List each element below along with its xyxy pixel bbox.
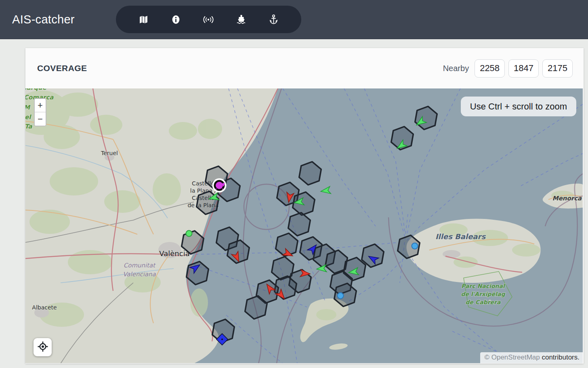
vessel-dot-marker[interactable] [186, 231, 192, 237]
vessel-dot-marker[interactable] [412, 243, 418, 249]
ferry-route [226, 315, 283, 363]
panel-header: COVERAGE Nearby 2258 1847 2175 [25, 48, 584, 88]
nearby-label: Nearby [443, 64, 469, 73]
map-label: Menorca [552, 195, 582, 202]
main-toolbar [116, 6, 301, 33]
coverage-hex[interactable] [288, 212, 311, 236]
coverage-hex[interactable] [415, 106, 437, 129]
nav-info-button[interactable] [167, 11, 185, 28]
map-label: Albacete [32, 304, 57, 311]
station-layer [212, 179, 227, 193]
nearby-count-button-2[interactable]: 1847 [508, 59, 539, 78]
coverage-hex[interactable] [187, 261, 209, 284]
map-attribution: © OpenStreetMap contributors. [480, 352, 583, 363]
nearby-count-button-3[interactable]: 2175 [542, 59, 573, 78]
app-title: AIS-catcher [12, 13, 101, 26]
nav-anchor-button[interactable] [265, 11, 283, 28]
zoom-out-button[interactable]: − [35, 112, 46, 126]
radio-signal-icon [203, 15, 214, 25]
nav-map-button[interactable] [134, 11, 152, 28]
locate-crosshair-icon [37, 341, 48, 353]
zoom-in-button[interactable]: + [35, 99, 46, 112]
nav-ship-button[interactable] [232, 11, 250, 28]
coverage-map[interactable]: TeruelCastellóla Plana /Castellóde la Pl… [25, 88, 583, 363]
ship-icon [236, 14, 247, 25]
nearby-count-button-1[interactable]: 2258 [475, 59, 505, 78]
map-label: València [159, 249, 189, 258]
anchor-icon [269, 14, 279, 25]
vessel-marker[interactable] [320, 187, 331, 195]
nearby-stats: Nearby 2258 1847 2175 [443, 59, 573, 78]
map-label: parque [25, 88, 47, 91]
coverage-hex[interactable] [293, 192, 315, 215]
page-title: COVERAGE [37, 63, 87, 73]
map-label: Teruel [101, 150, 118, 156]
coverage-panel: COVERAGE Nearby 2258 1847 2175 [25, 48, 584, 364]
ferry-route [364, 88, 405, 234]
ferry-route [521, 154, 583, 186]
locate-button[interactable] [34, 338, 52, 356]
nav-radio-button[interactable] [200, 11, 217, 28]
app-header: AIS-catcher [0, 0, 588, 39]
map-label: Ta [25, 123, 32, 130]
map-label: Illes Balears [435, 232, 486, 241]
attribution-text: contributors. [540, 353, 580, 361]
map-canvas: TeruelCastellóla Plana /Castellóde la Pl… [25, 88, 583, 363]
map-label: el [25, 114, 32, 121]
zoom-control: + − [34, 98, 46, 126]
ctrl-scroll-tooltip: Use Ctrl + scroll to zoom [461, 97, 576, 116]
map-icon [139, 15, 149, 25]
vessel-dot-marker[interactable] [338, 293, 344, 299]
coverage-hex[interactable] [299, 162, 321, 185]
osm-attribution-link[interactable]: © OpenStreetMap [484, 353, 540, 361]
info-icon [171, 15, 181, 25]
station-marker[interactable] [212, 179, 227, 193]
map-label: Parc Nacionalde l'Arxipèlagde Cabrera [461, 283, 506, 305]
